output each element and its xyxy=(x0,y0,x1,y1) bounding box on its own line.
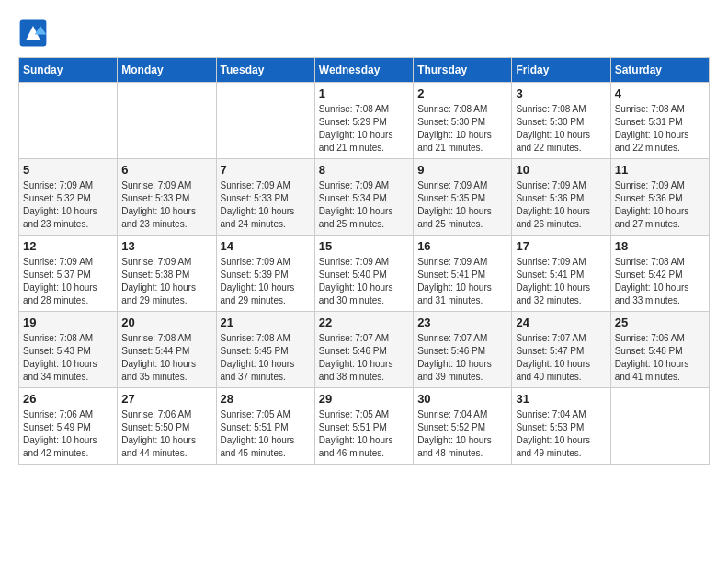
day-info: Sunrise: 7:09 AMSunset: 5:37 PMDaylight:… xyxy=(23,256,113,307)
header-thursday: Thursday xyxy=(414,58,512,83)
page-header xyxy=(18,18,710,48)
week-row-3: 12Sunrise: 7:09 AMSunset: 5:37 PMDayligh… xyxy=(19,236,710,312)
day-cell: 1Sunrise: 7:08 AMSunset: 5:29 PMDaylight… xyxy=(314,83,413,159)
day-cell: 10Sunrise: 7:09 AMSunset: 5:36 PMDayligh… xyxy=(512,159,610,236)
day-info: Sunrise: 7:07 AMSunset: 5:46 PMDaylight:… xyxy=(319,332,409,384)
logo xyxy=(18,18,51,48)
day-number: 12 xyxy=(23,239,113,253)
day-info: Sunrise: 7:04 AMSunset: 5:52 PMDaylight:… xyxy=(417,408,507,460)
day-cell: 27Sunrise: 7:06 AMSunset: 5:50 PMDayligh… xyxy=(118,388,216,465)
day-info: Sunrise: 7:09 AMSunset: 5:35 PMDaylight:… xyxy=(417,179,507,231)
day-number: 3 xyxy=(516,86,606,100)
day-info: Sunrise: 7:06 AMSunset: 5:50 PMDaylight:… xyxy=(121,408,211,460)
day-number: 11 xyxy=(615,163,705,177)
day-info: Sunrise: 7:09 AMSunset: 5:40 PMDaylight:… xyxy=(319,256,409,307)
day-info: Sunrise: 7:09 AMSunset: 5:36 PMDaylight:… xyxy=(516,179,606,231)
day-number: 10 xyxy=(516,163,606,177)
day-cell: 25Sunrise: 7:06 AMSunset: 5:48 PMDayligh… xyxy=(610,312,709,388)
header-sunday: Sunday xyxy=(19,58,118,83)
day-info: Sunrise: 7:04 AMSunset: 5:53 PMDaylight:… xyxy=(516,408,606,460)
day-info: Sunrise: 7:09 AMSunset: 5:34 PMDaylight:… xyxy=(319,179,409,231)
day-cell: 9Sunrise: 7:09 AMSunset: 5:35 PMDaylight… xyxy=(414,159,512,236)
day-number: 23 xyxy=(417,316,507,329)
day-number: 8 xyxy=(319,163,409,177)
day-cell: 21Sunrise: 7:08 AMSunset: 5:45 PMDayligh… xyxy=(216,312,314,388)
header-wednesday: Wednesday xyxy=(314,58,413,83)
day-number: 17 xyxy=(516,239,606,253)
day-number: 19 xyxy=(23,316,113,329)
day-cell: 12Sunrise: 7:09 AMSunset: 5:37 PMDayligh… xyxy=(19,236,118,312)
day-info: Sunrise: 7:08 AMSunset: 5:45 PMDaylight:… xyxy=(221,332,311,384)
day-number: 25 xyxy=(615,316,705,329)
day-number: 4 xyxy=(615,86,705,100)
day-cell: 17Sunrise: 7:09 AMSunset: 5:41 PMDayligh… xyxy=(512,236,610,312)
day-number: 15 xyxy=(319,239,409,253)
day-number: 18 xyxy=(615,239,705,253)
day-cell: 3Sunrise: 7:08 AMSunset: 5:30 PMDaylight… xyxy=(512,83,610,159)
day-cell: 22Sunrise: 7:07 AMSunset: 5:46 PMDayligh… xyxy=(314,312,413,388)
day-number: 7 xyxy=(221,163,311,177)
day-info: Sunrise: 7:09 AMSunset: 5:38 PMDaylight:… xyxy=(121,256,211,307)
day-cell: 15Sunrise: 7:09 AMSunset: 5:40 PMDayligh… xyxy=(314,236,413,312)
calendar-header-row: SundayMondayTuesdayWednesdayThursdayFrid… xyxy=(19,58,710,83)
day-cell xyxy=(118,83,216,159)
day-cell xyxy=(216,83,314,159)
day-number: 5 xyxy=(23,163,113,177)
day-number: 26 xyxy=(23,392,113,406)
day-number: 24 xyxy=(516,316,606,329)
day-info: Sunrise: 7:09 AMSunset: 5:41 PMDaylight:… xyxy=(516,256,606,307)
day-info: Sunrise: 7:09 AMSunset: 5:36 PMDaylight:… xyxy=(615,179,705,231)
day-info: Sunrise: 7:09 AMSunset: 5:33 PMDaylight:… xyxy=(221,179,311,231)
day-info: Sunrise: 7:08 AMSunset: 5:31 PMDaylight:… xyxy=(615,103,705,155)
day-cell: 28Sunrise: 7:05 AMSunset: 5:51 PMDayligh… xyxy=(216,388,314,465)
day-number: 6 xyxy=(121,163,211,177)
day-number: 20 xyxy=(121,316,211,329)
day-number: 16 xyxy=(417,239,507,253)
day-cell xyxy=(610,388,709,465)
day-number: 29 xyxy=(319,392,409,406)
day-info: Sunrise: 7:08 AMSunset: 5:44 PMDaylight:… xyxy=(121,332,211,384)
day-info: Sunrise: 7:07 AMSunset: 5:47 PMDaylight:… xyxy=(516,332,606,384)
day-cell: 2Sunrise: 7:08 AMSunset: 5:30 PMDaylight… xyxy=(414,83,512,159)
day-number: 1 xyxy=(319,86,409,100)
day-cell: 16Sunrise: 7:09 AMSunset: 5:41 PMDayligh… xyxy=(414,236,512,312)
day-cell: 13Sunrise: 7:09 AMSunset: 5:38 PMDayligh… xyxy=(118,236,216,312)
logo-icon xyxy=(18,18,48,48)
day-number: 21 xyxy=(221,316,311,329)
day-info: Sunrise: 7:09 AMSunset: 5:41 PMDaylight:… xyxy=(417,256,507,307)
day-cell: 24Sunrise: 7:07 AMSunset: 5:47 PMDayligh… xyxy=(512,312,610,388)
day-cell: 29Sunrise: 7:05 AMSunset: 5:51 PMDayligh… xyxy=(314,388,413,465)
day-cell: 31Sunrise: 7:04 AMSunset: 5:53 PMDayligh… xyxy=(512,388,610,465)
header-monday: Monday xyxy=(118,58,216,83)
day-number: 2 xyxy=(417,86,507,100)
week-row-5: 26Sunrise: 7:06 AMSunset: 5:49 PMDayligh… xyxy=(19,388,710,465)
day-cell: 19Sunrise: 7:08 AMSunset: 5:43 PMDayligh… xyxy=(19,312,118,388)
day-cell: 20Sunrise: 7:08 AMSunset: 5:44 PMDayligh… xyxy=(118,312,216,388)
day-cell: 6Sunrise: 7:09 AMSunset: 5:33 PMDaylight… xyxy=(118,159,216,236)
week-row-1: 1Sunrise: 7:08 AMSunset: 5:29 PMDaylight… xyxy=(19,83,710,159)
header-tuesday: Tuesday xyxy=(216,58,314,83)
header-saturday: Saturday xyxy=(610,58,709,83)
day-cell: 26Sunrise: 7:06 AMSunset: 5:49 PMDayligh… xyxy=(19,388,118,465)
day-number: 14 xyxy=(221,239,311,253)
day-info: Sunrise: 7:09 AMSunset: 5:33 PMDaylight:… xyxy=(121,179,211,231)
day-number: 13 xyxy=(121,239,211,253)
day-number: 28 xyxy=(221,392,311,406)
day-info: Sunrise: 7:08 AMSunset: 5:30 PMDaylight:… xyxy=(516,103,606,155)
day-number: 30 xyxy=(417,392,507,406)
day-info: Sunrise: 7:09 AMSunset: 5:32 PMDaylight:… xyxy=(23,179,113,231)
header-friday: Friday xyxy=(512,58,610,83)
day-cell: 11Sunrise: 7:09 AMSunset: 5:36 PMDayligh… xyxy=(610,159,709,236)
day-info: Sunrise: 7:07 AMSunset: 5:46 PMDaylight:… xyxy=(417,332,507,384)
day-info: Sunrise: 7:08 AMSunset: 5:43 PMDaylight:… xyxy=(23,332,113,384)
day-cell: 18Sunrise: 7:08 AMSunset: 5:42 PMDayligh… xyxy=(610,236,709,312)
week-row-4: 19Sunrise: 7:08 AMSunset: 5:43 PMDayligh… xyxy=(19,312,710,388)
week-row-2: 5Sunrise: 7:09 AMSunset: 5:32 PMDaylight… xyxy=(19,159,710,236)
day-cell: 8Sunrise: 7:09 AMSunset: 5:34 PMDaylight… xyxy=(314,159,413,236)
day-number: 31 xyxy=(516,392,606,406)
day-number: 9 xyxy=(417,163,507,177)
day-cell: 30Sunrise: 7:04 AMSunset: 5:52 PMDayligh… xyxy=(414,388,512,465)
day-info: Sunrise: 7:09 AMSunset: 5:39 PMDaylight:… xyxy=(221,256,311,307)
calendar-table: SundayMondayTuesdayWednesdayThursdayFrid… xyxy=(18,57,710,465)
day-number: 22 xyxy=(319,316,409,329)
